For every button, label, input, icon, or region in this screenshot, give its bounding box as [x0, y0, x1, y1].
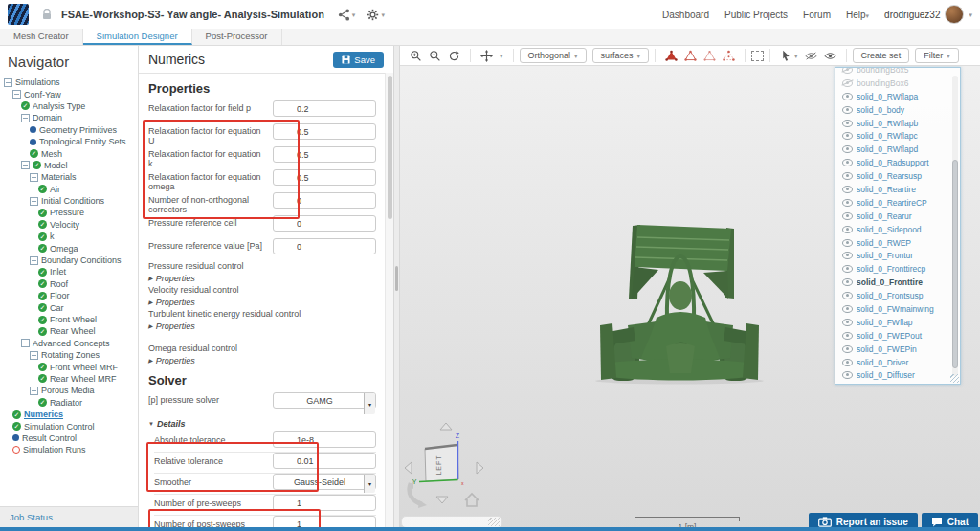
- field-input[interactable]: [273, 146, 376, 163]
- solid-item[interactable]: solid_0_Reartire: [842, 183, 960, 196]
- solid-item[interactable]: solid_0_Diffuser: [842, 368, 960, 382]
- solid-item[interactable]: boundingBox5: [842, 67, 960, 77]
- tree-item[interactable]: k: [0, 231, 138, 242]
- solid-item[interactable]: solid_0_Rearur: [842, 210, 960, 223]
- solid-item[interactable]: solid_0_body: [842, 103, 960, 117]
- visibility-eye-icon[interactable]: [842, 332, 853, 340]
- select-tool[interactable]: ▾: [780, 50, 798, 62]
- visibility-eye-icon[interactable]: [842, 159, 853, 166]
- tree-item[interactable]: Numerics: [0, 409, 138, 420]
- scrollbar-thumb[interactable]: [388, 76, 392, 219]
- visibility-eye-icon[interactable]: [842, 359, 853, 366]
- solid-item[interactable]: solid_0_FWEPin: [842, 343, 960, 356]
- tree-item[interactable]: Front Wheel: [0, 314, 138, 325]
- visibility-eye-icon[interactable]: [842, 212, 853, 220]
- solid-item[interactable]: solid_0_ReartireCP: [842, 196, 960, 210]
- field-input[interactable]: [273, 100, 376, 117]
- field-input[interactable]: [273, 495, 376, 511]
- top-nav-link[interactable]: Help▾: [846, 10, 869, 20]
- tree-item[interactable]: Pressure: [0, 207, 138, 218]
- tree-item[interactable]: Mesh: [0, 147, 138, 159]
- tree-item[interactable]: Topological Entity Sets: [0, 136, 138, 147]
- residual-properties-toggle[interactable]: ▶Properties: [148, 274, 376, 283]
- tree-item[interactable]: Model: [0, 160, 138, 171]
- tree-item[interactable]: Conf-Yaw: [0, 88, 138, 100]
- solid-item[interactable]: solid_0_Radsupport: [842, 156, 960, 169]
- hide-icon[interactable]: [805, 50, 817, 62]
- solid-item[interactable]: solid_0_Frontur: [842, 249, 960, 262]
- solids-scrollbar[interactable]: [952, 76, 958, 376]
- car-model[interactable]: [574, 203, 785, 385]
- visibility-eye-icon[interactable]: [842, 145, 853, 153]
- refresh-view-icon[interactable]: [448, 50, 460, 62]
- field-input[interactable]: [273, 238, 376, 254]
- visibility-eye-icon[interactable]: [842, 278, 853, 286]
- tree-item[interactable]: Inlet: [0, 266, 138, 277]
- top-nav-link[interactable]: Forum: [803, 10, 831, 20]
- top-nav-link[interactable]: Public Projects: [724, 10, 788, 20]
- tree-item[interactable]: Initial Conditions: [0, 195, 138, 207]
- workflow-tab[interactable]: Mesh Creator: [0, 29, 83, 45]
- visibility-eye-icon[interactable]: [842, 79, 853, 87]
- tree-item[interactable]: Floor: [0, 290, 138, 301]
- share-button[interactable]: ▾: [338, 9, 356, 21]
- box-select-icon[interactable]: [751, 51, 764, 61]
- tree-item[interactable]: Rear Wheel MRF: [0, 373, 138, 385]
- solid-item[interactable]: boundingBox6: [842, 77, 960, 90]
- visibility-eye-icon[interactable]: [842, 265, 853, 273]
- solids-scrollbar-thumb[interactable]: [952, 160, 958, 368]
- mesh-points-icon[interactable]: [723, 50, 735, 62]
- field-input[interactable]: [273, 474, 376, 490]
- pressure-solver-select[interactable]: [273, 392, 376, 409]
- solid-item[interactable]: solid_0_Sidepood: [842, 223, 960, 236]
- avatar[interactable]: [945, 5, 964, 24]
- tree-item[interactable]: Advanced Concepts: [0, 338, 138, 349]
- render-mode-select[interactable]: surfaces▾: [592, 48, 650, 63]
- tree-item[interactable]: Roof: [0, 278, 138, 290]
- top-nav-link[interactable]: Dashboard: [662, 10, 709, 20]
- visibility-eye-icon[interactable]: [842, 93, 853, 100]
- mesh-thin-icon[interactable]: [703, 50, 716, 62]
- residual-properties-toggle[interactable]: ▶Properties: [148, 298, 376, 307]
- visibility-eye-icon[interactable]: [842, 239, 853, 247]
- tree-item[interactable]: Radiator: [0, 397, 138, 409]
- field-input[interactable]: [273, 169, 376, 186]
- tree-item[interactable]: Simulation Runs: [0, 444, 138, 455]
- tree-item[interactable]: Materials: [0, 171, 138, 183]
- visibility-eye-icon[interactable]: [842, 345, 853, 353]
- solid-item[interactable]: solid_0_FWEPout: [842, 329, 960, 343]
- solid-item[interactable]: solid_0_RWflapc: [842, 129, 960, 143]
- visibility-eye-icon[interactable]: [842, 132, 853, 140]
- visibility-eye-icon[interactable]: [842, 67, 853, 74]
- save-button[interactable]: Save: [333, 52, 384, 68]
- solid-item[interactable]: solid_0_RWEP: [842, 236, 960, 250]
- visibility-eye-icon[interactable]: [842, 319, 853, 326]
- details-toggle[interactable]: ▼Details: [148, 417, 376, 431]
- tree-item[interactable]: Analysis Type: [0, 100, 138, 112]
- tree-item[interactable]: Velocity: [0, 219, 138, 231]
- user-menu[interactable]: drodriguez32 ▾: [884, 5, 972, 24]
- move-tool[interactable]: ▾: [477, 50, 507, 62]
- visibility-eye-icon[interactable]: [842, 371, 853, 379]
- tree-item[interactable]: Car: [0, 301, 138, 313]
- mesh-solid-icon[interactable]: [665, 50, 678, 62]
- solid-item[interactable]: solid_0_Frontsusp: [842, 289, 960, 302]
- orientation-widget[interactable]: LEFT Z Y x: [402, 420, 498, 516]
- tree-item[interactable]: Omega: [0, 242, 138, 254]
- workflow-tab[interactable]: Post-Processor: [192, 29, 282, 45]
- select-caret-icon[interactable]: ▾: [364, 393, 375, 414]
- tree-item[interactable]: Front Wheel MRF: [0, 361, 138, 372]
- tree-item[interactable]: Boundary Conditions: [0, 254, 138, 266]
- mesh-outline-icon[interactable]: [684, 50, 697, 62]
- tree-item[interactable]: Domain: [0, 112, 138, 123]
- residual-properties-toggle[interactable]: ▶Properties: [148, 356, 376, 365]
- tree-item[interactable]: Rear Wheel: [0, 325, 138, 337]
- select-caret-icon[interactable]: ▾: [364, 475, 375, 493]
- panel-resize-handle[interactable]: [393, 46, 400, 531]
- field-input[interactable]: [273, 192, 376, 209]
- visibility-eye-icon[interactable]: [842, 172, 853, 180]
- solid-item[interactable]: solid_0_Fronttirecp: [842, 262, 960, 276]
- visibility-eye-icon[interactable]: [842, 186, 853, 193]
- solid-item[interactable]: solid_0_FWflap: [842, 316, 960, 329]
- visibility-eye-icon[interactable]: [842, 305, 853, 313]
